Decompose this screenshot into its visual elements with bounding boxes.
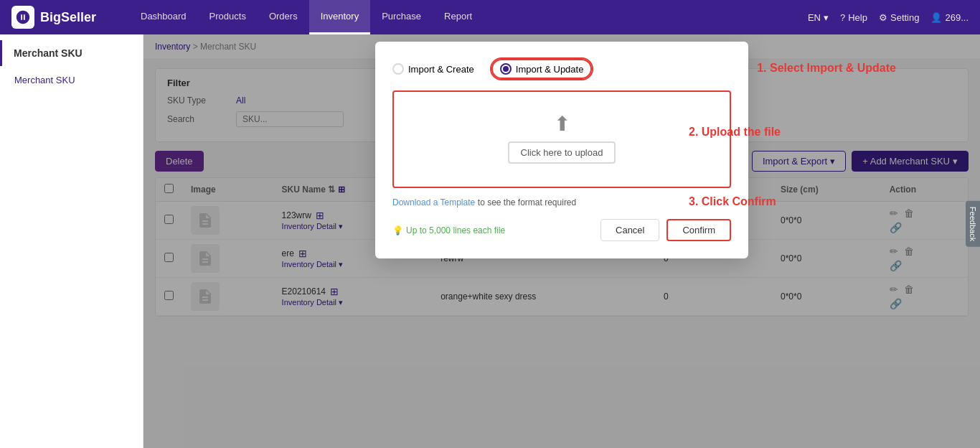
settings-link[interactable]: ⚙ Setting (879, 12, 919, 23)
import-create-radio[interactable] (392, 63, 404, 75)
cancel-button[interactable]: Cancel (600, 219, 659, 241)
import-modal: Import & Create Import & Update 1. Selec… (375, 42, 748, 258)
modal-actions: Cancel Confirm (600, 219, 731, 241)
import-update-radio[interactable] (500, 63, 512, 75)
modal-footer: 💡 Up to 5,000 lines each file Cancel Con… (392, 219, 731, 241)
sidebar-header: Merchant SKU (0, 40, 143, 66)
download-template-link[interactable]: Download a Template (392, 197, 475, 207)
topnav-right: EN ▾ ? Help ⚙ Setting 👤 269... (808, 12, 969, 23)
bulb-icon: 💡 (392, 225, 403, 235)
gear-icon: ⚙ (879, 12, 887, 23)
chevron-down-icon: ▾ (824, 12, 829, 23)
feedback-button[interactable]: Feedback (966, 201, 980, 247)
logo-icon (11, 6, 34, 29)
nav-inventory[interactable]: Inventory (309, 0, 370, 34)
import-create-option[interactable]: Import & Create (392, 63, 474, 75)
step3-annotation: 3. Click Confirm (689, 195, 776, 208)
import-options-row: Import & Create Import & Update (392, 59, 731, 79)
nav-products[interactable]: Products (198, 0, 258, 34)
user-menu[interactable]: 👤 269... (930, 12, 969, 23)
sidebar-item-merchant-sku[interactable]: Merchant SKU (0, 69, 143, 91)
sidebar: Merchant SKU Merchant SKU (0, 34, 143, 448)
upload-icon: ⬆ (554, 112, 570, 136)
import-update-option[interactable]: Import & Update (491, 59, 593, 79)
help-link[interactable]: ? Help (840, 12, 867, 23)
confirm-button[interactable]: Confirm (666, 219, 731, 241)
nav-dashboard[interactable]: Dashboard (129, 0, 198, 34)
upload-area[interactable]: ⬆ Click here to upload (392, 90, 731, 188)
nav-purchase[interactable]: Purchase (370, 0, 433, 34)
upload-button[interactable]: Click here to upload (508, 141, 616, 164)
top-navigation: BigSeller Dashboard Products Orders Inve… (0, 0, 980, 34)
app-logo[interactable]: BigSeller (11, 6, 112, 29)
modal-overlay: Import & Create Import & Update 1. Selec… (143, 34, 980, 448)
main-content: Inventory > Merchant SKU Filter SKU Type… (143, 34, 980, 448)
nav-orders[interactable]: Orders (258, 0, 309, 34)
nav-links: Dashboard Products Orders Inventory Purc… (129, 0, 791, 34)
nav-report[interactable]: Report (433, 0, 484, 34)
step2-annotation: 2. Upload the file (689, 126, 781, 139)
app-name: BigSeller (40, 10, 96, 25)
question-icon: ? (840, 12, 845, 23)
step1-annotation: 1. Select Import & Update (757, 62, 896, 75)
download-section: Download a Template to see the format re… (392, 197, 731, 207)
user-icon: 👤 (930, 12, 942, 23)
lines-info: 💡 Up to 5,000 lines each file (392, 225, 505, 235)
main-layout: Merchant SKU Merchant SKU Inventory > Me… (0, 34, 980, 448)
language-selector[interactable]: EN ▾ (808, 12, 829, 23)
